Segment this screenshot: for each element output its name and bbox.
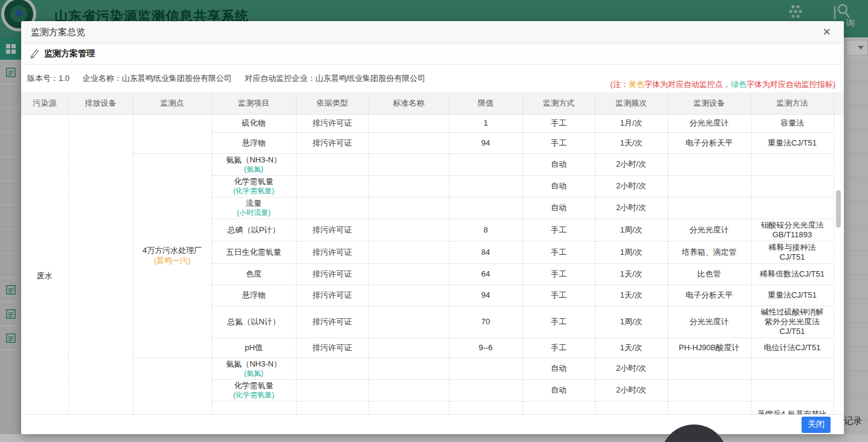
info-row: 版本号：1.0 企业名称：山东晨鸣纸业集团股份有限公司 对应自动监控企业：山东晨…: [21, 65, 844, 92]
monitoring-plan-modal: 监测方案总览 × 监测方案管理 版本号：1.0 企业名称：山东晨鸣纸业集团股份有…: [21, 21, 844, 434]
cell-monitor-mode: 手工: [522, 284, 595, 306]
column-header: 排放设备: [68, 92, 133, 114]
table-row: 4万方污水处理厂(晨鸣一污)氨氮（NH3-N）(氨氮)自动2小时/次: [21, 153, 844, 175]
cell-basis-type: 排污许可证: [296, 114, 368, 132]
cell-monitor-frequency: 1天/次: [595, 263, 667, 284]
cell-monitor-device: 分光光度计: [667, 306, 751, 338]
cell-monitor-device: 分光光度计: [667, 219, 751, 241]
cell-monitor-frequency: 1天/次: [595, 338, 667, 357]
cell-basis-type: 排污许可证: [296, 338, 368, 357]
cell-standard-name: [368, 401, 449, 414]
cell-monitor-mode: 自动: [522, 197, 595, 219]
cell-monitor-device: 比色管: [667, 263, 751, 284]
modal-footer: 关闭: [21, 414, 844, 434]
cell-monitor-device: 分光光度计: [667, 114, 751, 132]
cell-limit-value: 64: [449, 263, 522, 284]
cell-monitor-method: 钼酸铵分光光度法 GB/T11893: [751, 219, 834, 241]
cell-limit-value: 1: [449, 401, 522, 414]
cell-monitor-device: 电子分析天平: [667, 284, 751, 306]
cell-monitor-item: pH值: [211, 338, 296, 357]
cell-monitor-mode: 自动: [522, 175, 595, 197]
cell-standard-name: [368, 175, 449, 197]
close-button[interactable]: 关闭: [802, 417, 831, 433]
cell-monitor-device: 培养箱、滴定管: [667, 241, 751, 263]
cell-monitor-method: 重量法CJ/T51: [751, 132, 834, 153]
plan-meta: 版本号：1.0 企业名称：山东晨鸣纸业集团股份有限公司 对应自动监控企业：山东晨…: [27, 73, 436, 84]
cell-monitor-device: [667, 153, 751, 175]
cell-standard-name: [368, 284, 449, 306]
cell-standard-name: [368, 338, 449, 357]
table-header-row: 污染源排放设备监测点监测项目依据类型标准名称限值监测方式监测频次监测设备监测方法: [21, 92, 844, 114]
cell-limit-value: 1: [449, 114, 522, 132]
cell-monitor-device: [667, 379, 751, 401]
cell-standard-name: [368, 306, 449, 338]
column-header: 监测设备: [667, 92, 751, 114]
cell-emission-device: [68, 114, 133, 414]
cell-standard-name: [368, 263, 449, 284]
table-row: 氨氮（NH3-N）(氨氮)自动2小时/次: [21, 357, 844, 379]
cell-monitor-mode: 手工: [522, 263, 595, 284]
cell-limit-value: 9--6: [449, 338, 522, 357]
cell-monitor-point: [133, 357, 211, 414]
cell-monitor-frequency: 1周/次: [595, 306, 667, 338]
column-header: 监测项目: [211, 92, 296, 114]
plan-table: 污染源排放设备监测点监测项目依据类型标准名称限值监测方式监测频次监测设备监测方法…: [21, 92, 844, 414]
cell-monitor-mode: 手工: [522, 338, 595, 357]
cell-basis-type: [296, 197, 368, 219]
cell-standard-name: [368, 357, 449, 379]
cell-monitor-frequency: 1天/次: [595, 284, 667, 306]
plan-table-body: 废水硫化物排污许可证1手工1月/次分光光度计容量法悬浮物排污许可证94手工1天/…: [21, 114, 844, 414]
cell-monitor-mode: 手工: [522, 306, 595, 338]
pen-icon: [30, 49, 39, 59]
column-header: 监测点: [133, 92, 211, 114]
cell-basis-type: [296, 357, 368, 379]
section-bar: 监测方案管理: [21, 43, 844, 65]
cell-monitor-item: 硫化物: [211, 114, 296, 132]
vertical-scrollbar-thumb[interactable]: [836, 190, 841, 228]
cell-monitor-mode: 手工: [522, 132, 595, 153]
cell-limit-value: 70: [449, 306, 522, 338]
cell-limit-value: 94: [449, 132, 522, 153]
auto-company-value: 山东晨鸣纸业集团股份有限公司: [315, 74, 425, 83]
cell-monitor-frequency: 2小时/次: [595, 175, 667, 197]
cell-standard-name: [368, 219, 449, 241]
cell-pollution-source: 废水: [21, 114, 68, 414]
cell-monitor-method: [751, 153, 834, 175]
cell-standard-name: [368, 197, 449, 219]
cell-monitor-device: [667, 197, 751, 219]
cell-basis-type: 排污许可证: [296, 219, 368, 241]
table-cell: [834, 114, 844, 414]
company-value: 山东晨鸣纸业集团股份有限公司: [122, 74, 232, 83]
cell-limit-value: [449, 175, 522, 197]
close-icon[interactable]: ×: [819, 25, 834, 39]
column-header: 污染源: [21, 92, 68, 114]
version-value: 1.0: [59, 74, 69, 83]
cell-basis-type: [296, 379, 368, 401]
cell-monitor-mode: 自动: [522, 153, 595, 175]
cell-standard-name: [368, 241, 449, 263]
cell-basis-type: [296, 175, 368, 197]
cell-monitor-frequency: 1周/次: [595, 219, 667, 241]
cell-monitor-frequency: 1周/次: [595, 241, 667, 263]
section-title: 监测方案管理: [44, 48, 95, 59]
column-header: 监测频次: [595, 92, 667, 114]
cell-basis-type: 排污许可证: [296, 132, 368, 153]
screen: 山东省污染源监测信息共享系统 询: [0, 0, 868, 442]
cell-monitor-device: [667, 175, 751, 197]
cell-monitor-item: 流量(小时流量): [211, 197, 296, 219]
cell-standard-name: [368, 153, 449, 175]
cell-monitor-item: 五日生化需氧量: [211, 241, 296, 263]
cell-monitor-frequency: 1月/次: [595, 114, 667, 132]
cell-monitor-mode: 手工: [522, 219, 595, 241]
cell-monitor-method: 容量法: [751, 114, 834, 132]
cell-basis-type: 排污许可证: [296, 401, 368, 414]
cell-monitor-method: 碱性过硫酸钾消解 紫外分光光度法 CJ/T51: [751, 306, 834, 338]
cell-monitor-method: 稀释与接种法 CJ/T51: [751, 241, 834, 263]
cell-monitor-item: 挥发酚: [211, 401, 296, 414]
column-header: 标准名称: [368, 92, 449, 114]
table-row: 废水硫化物排污许可证1手工1月/次分光光度计容量法: [21, 114, 844, 132]
cell-monitor-mode: 手工: [522, 241, 595, 263]
cell-monitor-device: PH-HJ90B酸度计: [667, 338, 751, 357]
cell-monitor-frequency: 2小时/次: [595, 153, 667, 175]
cell-basis-type: 排污许可证: [296, 241, 368, 263]
